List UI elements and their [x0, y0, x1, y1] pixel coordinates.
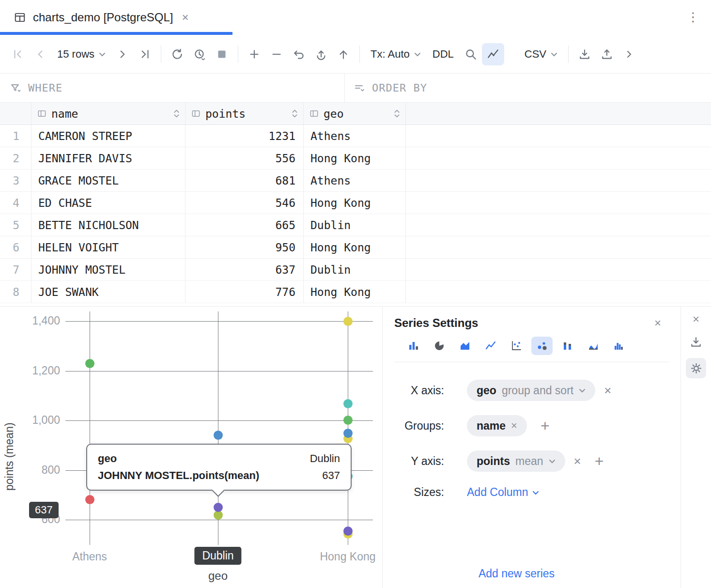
data-point[interactable] [214, 431, 223, 440]
tab-close-icon[interactable]: × [182, 11, 188, 24]
add-y-axis-icon[interactable]: + [595, 453, 604, 469]
cell-points[interactable]: 637 [185, 259, 304, 280]
bar-chart-icon[interactable] [403, 337, 424, 355]
submit-button[interactable] [310, 43, 332, 65]
cell-name[interactable]: GRACE MOSTEL [31, 170, 185, 191]
x-axis-pill[interactable]: geo group and sort [467, 380, 595, 401]
cell-points[interactable]: 681 [185, 170, 304, 191]
order-by-label: ORDER BY [372, 82, 427, 94]
cell-geo[interactable]: Hong Kong [304, 147, 406, 169]
cell-name[interactable]: JOHNNY MOSTEL [31, 259, 185, 280]
table-row[interactable]: 7JOHNNY MOSTEL637Dublin [0, 259, 711, 281]
cell-name[interactable]: ED CHASE [31, 192, 185, 214]
column-icon [37, 109, 46, 118]
cell-points[interactable]: 546 [185, 192, 304, 214]
column-header-geo[interactable]: geo [304, 103, 406, 124]
close-icon[interactable]: × [654, 316, 661, 330]
area-chart-icon[interactable] [454, 337, 476, 355]
cell-geo[interactable]: Hong Kong [304, 236, 406, 258]
cell-points[interactable]: 1231 [185, 125, 304, 147]
close-icon[interactable]: × [693, 312, 699, 326]
page-size-dropdown[interactable]: 15 rows [51, 43, 111, 65]
column-header-points[interactable]: points [185, 103, 304, 124]
data-point[interactable] [85, 495, 94, 504]
table-row[interactable]: 5BETTE NICHOLSON665Dublin [0, 214, 711, 236]
cell-name[interactable]: JENNIFER DAVIS [31, 147, 185, 169]
cell-geo[interactable]: Hong Kong [304, 281, 406, 303]
remove-y-axis-icon[interactable]: × [574, 455, 581, 467]
line-chart-icon[interactable] [480, 337, 501, 355]
export-format-dropdown[interactable]: CSV [519, 43, 563, 65]
remove-x-axis-icon[interactable]: × [604, 384, 611, 397]
add-row-button[interactable] [243, 43, 265, 65]
groups-pill[interactable]: name × [467, 415, 527, 436]
revert-changes-button[interactable] [288, 43, 310, 65]
bubble-chart-icon[interactable] [531, 337, 553, 355]
cell-geo[interactable]: Athens [304, 125, 406, 147]
cell-name[interactable]: BETTE NICHOLSON [31, 214, 185, 236]
remove-groups-icon[interactable]: × [511, 419, 517, 432]
cell-points[interactable]: 950 [185, 236, 304, 258]
cell-geo[interactable]: Dublin [304, 214, 406, 236]
table-row[interactable]: 6HELEN VOIGHT950Hong Kong [0, 236, 711, 259]
add-column-link[interactable]: Add Column [467, 486, 539, 499]
tab-charts-demo[interactable]: charts_demo [PostgreSQL] × [0, 0, 232, 35]
refresh-button[interactable] [166, 43, 188, 65]
sort-arrows-icon[interactable] [173, 109, 180, 118]
cell-geo[interactable]: Athens [304, 170, 406, 191]
chart-settings-button[interactable] [686, 358, 706, 378]
histogram-chart-icon[interactable] [608, 337, 630, 355]
data-point[interactable] [343, 399, 353, 408]
table-row[interactable]: 8JOE SWANK776Hong Kong [0, 281, 711, 303]
download-chart-icon[interactable] [690, 336, 702, 348]
table-row[interactable]: 3GRACE MOSTEL681Athens [0, 170, 711, 192]
tx-mode-dropdown[interactable]: Tx: Auto [365, 43, 427, 65]
stream-chart-icon[interactable] [583, 337, 604, 355]
next-page-button[interactable] [111, 43, 134, 65]
delete-row-button[interactable] [265, 43, 288, 65]
pie-chart-icon[interactable] [429, 337, 450, 355]
toolbar-overflow-chevron[interactable] [618, 43, 640, 65]
cell-name[interactable]: CAMERON STREEP [31, 125, 185, 147]
ddl-button[interactable]: DDL [427, 43, 460, 65]
cell-points[interactable]: 556 [185, 147, 304, 169]
data-point[interactable] [214, 503, 223, 512]
order-by-filter[interactable]: ORDER BY [345, 74, 711, 102]
search-icon[interactable] [460, 43, 482, 65]
stop-button[interactable] [211, 43, 233, 65]
y-tick-label: 800 [0, 464, 60, 477]
data-point[interactable] [343, 429, 353, 438]
cell-geo[interactable]: Dublin [304, 259, 406, 280]
export-download-button[interactable] [573, 43, 596, 65]
sort-arrows-icon[interactable] [393, 109, 401, 118]
stacked-bar-chart-icon[interactable] [557, 337, 578, 355]
data-point[interactable] [343, 317, 353, 326]
cell-geo[interactable]: Hong Kong [304, 192, 406, 214]
last-page-button[interactable] [134, 43, 156, 65]
table-row[interactable]: 4ED CHASE546Hong Kong [0, 192, 711, 214]
schedule-refresh-button[interactable] [188, 43, 211, 65]
cell-points[interactable]: 665 [185, 214, 304, 236]
add-group-icon[interactable]: + [541, 418, 550, 433]
first-page-button[interactable] [7, 43, 29, 65]
previous-page-button[interactable] [29, 43, 51, 65]
gridline-horizontal [65, 371, 373, 371]
column-header-name[interactable]: name [31, 103, 185, 124]
sort-arrows-icon[interactable] [291, 109, 298, 118]
data-point[interactable] [343, 526, 353, 536]
cell-points[interactable]: 776 [185, 281, 304, 303]
commit-button[interactable] [332, 43, 355, 65]
table-row[interactable]: 1CAMERON STREEP1231Athens [0, 125, 711, 147]
y-axis-pill[interactable]: points mean [467, 450, 565, 472]
table-row[interactable]: 2JENNIFER DAVIS556Hong Kong [0, 147, 711, 170]
import-upload-button[interactable] [596, 43, 618, 65]
cell-name[interactable]: JOE SWANK [31, 281, 185, 303]
add-new-series-link[interactable]: Add new series [479, 567, 555, 580]
where-filter[interactable]: WHERE [0, 74, 345, 102]
data-point[interactable] [343, 416, 353, 425]
data-point[interactable] [85, 359, 94, 368]
scatter-chart-icon[interactable] [506, 337, 527, 355]
cell-name[interactable]: HELEN VOIGHT [31, 236, 185, 258]
chart-view-toggle[interactable] [482, 43, 504, 65]
kebab-menu-icon[interactable]: ⋮ [687, 10, 699, 25]
